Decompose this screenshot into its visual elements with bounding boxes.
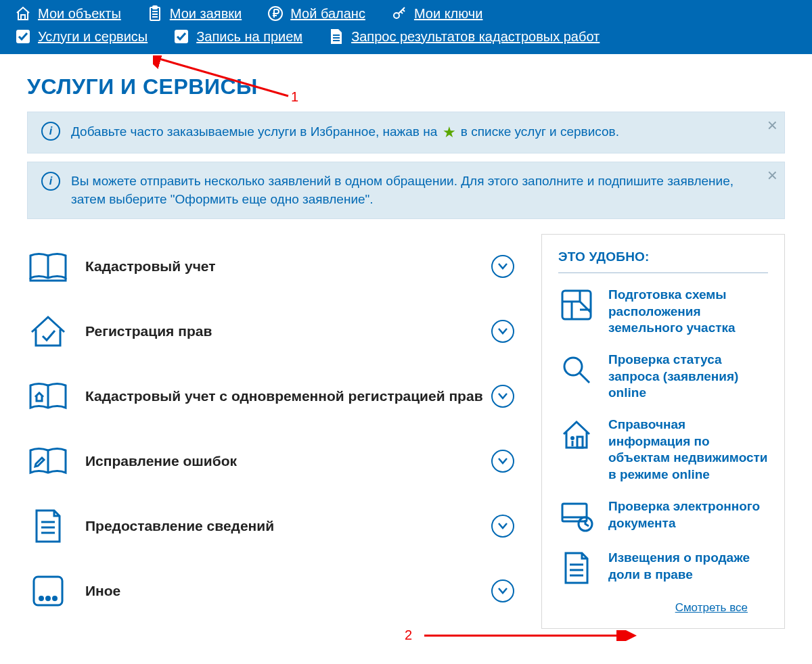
chevron-down-icon [491, 579, 514, 602]
ruble-icon [267, 5, 284, 22]
category-label: Кадастровый учет с одновременной регистр… [85, 388, 491, 404]
map-scheme-icon [558, 287, 595, 323]
category-cadastral-registration[interactable]: Кадастровый учет [27, 234, 521, 299]
category-label: Кадастровый учет [85, 258, 491, 275]
category-combined-registration[interactable]: Кадастровый учет с одновременной регистр… [27, 364, 521, 429]
svg-point-13 [40, 596, 43, 600]
category-rights-registration[interactable]: Регистрация прав [27, 299, 521, 364]
document-lines-icon [27, 508, 69, 544]
monitor-clock-icon [558, 498, 595, 535]
home-icon [15, 5, 31, 22]
content: УСЛУГИ И СЕРВИСЫ i Добавьте часто заказы… [0, 54, 812, 649]
side-item-reference-info[interactable]: Справочная информация по объектам недвиж… [558, 417, 768, 483]
info-icon: i [41, 172, 60, 191]
sidebar-title: ЭТО УДОБНО: [558, 250, 768, 273]
more-box-icon [27, 573, 69, 609]
page-title: УСЛУГИ И СЕРВИСЫ [27, 74, 785, 99]
nav-cadastral-results[interactable]: Запрос результатов кадастровых работ [328, 28, 600, 45]
nav-label: Запрос результатов кадастровых работ [351, 29, 600, 45]
chevron-down-icon [491, 385, 514, 408]
checkbox-icon [173, 28, 189, 45]
nav-label: Мои заявки [170, 6, 242, 22]
side-label[interactable]: Подготовка схемы расположения земельного… [608, 287, 768, 337]
nav-label: Мои объекты [38, 6, 121, 22]
side-item-scheme[interactable]: Подготовка схемы расположения земельного… [558, 287, 768, 337]
book-edit-icon [27, 444, 69, 479]
star-icon: ★ [441, 122, 457, 143]
nav-my-objects[interactable]: Мои объекты [15, 5, 121, 22]
nav-services[interactable]: Услуги и сервисы [15, 28, 148, 45]
category-label: Исправление ошибок [85, 453, 491, 469]
house-check-icon [27, 314, 69, 349]
nav-my-requests[interactable]: Мои заявки [147, 5, 242, 22]
side-item-edoc-check[interactable]: Проверка электронного документа [558, 498, 768, 535]
book-open-icon [27, 249, 69, 284]
nav-row-2: Услуги и сервисы Запись на прием Запрос … [15, 28, 797, 45]
svg-point-15 [53, 596, 57, 600]
book-house-icon [27, 379, 69, 414]
side-item-status-check[interactable]: Проверка статуса запроса (заявления) onl… [558, 352, 768, 402]
close-info-2[interactable]: × [767, 166, 777, 184]
side-label[interactable]: Проверка статуса запроса (заявления) onl… [608, 352, 768, 402]
svg-point-17 [564, 358, 582, 375]
category-label: Иное [85, 583, 491, 599]
nav-appointment[interactable]: Запись на прием [173, 28, 302, 45]
category-label: Регистрация прав [85, 323, 491, 339]
info-icon: i [41, 122, 60, 141]
see-all-link[interactable]: Смотреть все [558, 601, 748, 615]
svg-point-19 [572, 437, 574, 440]
chevron-down-icon [491, 255, 514, 278]
svg-point-14 [47, 596, 50, 600]
info-part2: в списке услуг и сервисов. [461, 124, 619, 139]
nav-row-1: Мои объекты Мои заявки Мой баланс Мои кл… [15, 5, 797, 22]
nav-label: Услуги и сервисы [38, 29, 148, 45]
nav-label: Запись на прием [196, 29, 302, 45]
svg-point-6 [394, 13, 399, 18]
clipboard-icon [147, 5, 163, 22]
sidebar-convenient: ЭТО УДОБНО: Подготовка схемы расположени… [541, 234, 785, 629]
info-text: Вы можете отправить несколько заявлений … [71, 172, 752, 209]
side-item-sale-notice[interactable]: Извещения о продаже доли в праве [558, 550, 768, 586]
service-category-list: Кадастровый учет Регистрация прав Кадаст… [27, 234, 521, 629]
info-multiple-requests: i Вы можете отправить несколько заявлени… [27, 162, 785, 219]
category-other[interactable]: Иное [27, 559, 521, 623]
key-icon [391, 5, 407, 22]
info-favorites: i Добавьте часто заказываемые услуги в И… [27, 112, 785, 153]
nav-label: Мой баланс [290, 6, 365, 22]
info-text: Добавьте часто заказываемые услуги в Изб… [71, 122, 619, 143]
category-error-correction[interactable]: Исправление ошибок [27, 429, 521, 494]
category-provide-info[interactable]: Предоставление сведений [27, 494, 521, 559]
main-area: Кадастровый учет Регистрация прав Кадаст… [27, 234, 785, 629]
category-label: Предоставление сведений [85, 518, 491, 534]
chevron-down-icon [491, 515, 514, 538]
nav-my-balance[interactable]: Мой баланс [267, 5, 365, 22]
close-info-1[interactable]: × [767, 116, 777, 134]
checkbox-icon [15, 28, 31, 45]
side-label[interactable]: Проверка электронного документа [608, 498, 768, 535]
chevron-down-icon [491, 320, 514, 343]
file-icon [328, 28, 344, 45]
nav-label: Мои ключи [414, 6, 483, 22]
side-label[interactable]: Извещения о продаже доли в праве [608, 550, 768, 586]
house-info-icon [558, 417, 595, 453]
svg-rect-16 [562, 291, 591, 319]
top-nav: Мои объекты Мои заявки Мой баланс Мои кл… [0, 0, 812, 54]
side-label[interactable]: Справочная информация по объектам недвиж… [608, 417, 768, 483]
info-part1: Добавьте часто заказываемые услуги в Изб… [71, 124, 441, 139]
nav-my-keys[interactable]: Мои ключи [391, 5, 483, 22]
chevron-down-icon [491, 450, 514, 473]
magnifier-icon [558, 352, 595, 388]
document-icon [558, 550, 595, 586]
svg-rect-18 [577, 437, 583, 448]
